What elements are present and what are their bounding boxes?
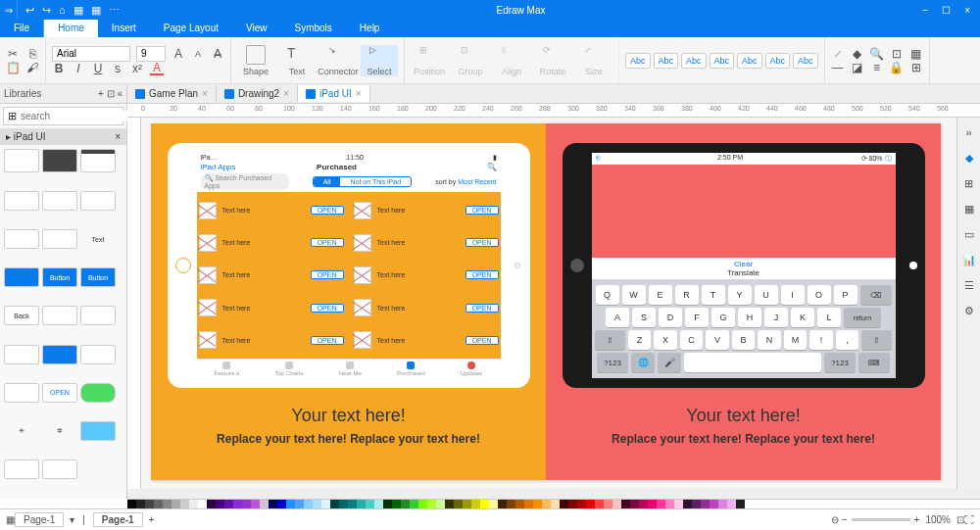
color-swatch[interactable] <box>551 500 560 508</box>
color-swatch[interactable] <box>260 500 269 508</box>
color-swatch[interactable] <box>251 500 260 508</box>
lib-item-button[interactable]: Button <box>80 267 116 287</box>
fill-icon[interactable]: ◆ <box>851 47 864 61</box>
color-swatch[interactable] <box>330 500 339 508</box>
close-icon[interactable]: × <box>202 88 208 99</box>
color-swatch[interactable] <box>304 500 313 508</box>
minimize-button[interactable]: − <box>922 5 928 16</box>
tab-topcharts[interactable]: Top Charts <box>275 361 304 376</box>
color-swatch[interactable] <box>286 500 295 508</box>
color-swatch[interactable] <box>674 500 683 508</box>
space-key[interactable] <box>684 353 821 372</box>
color-swatch[interactable] <box>524 500 533 508</box>
shrink-font-icon[interactable]: A <box>191 47 205 61</box>
theme-icon[interactable]: ◆ <box>962 151 976 165</box>
color-swatch[interactable] <box>366 500 374 508</box>
library-search[interactable]: ⊞ 🔍 <box>3 107 123 125</box>
lib-collapse-icon[interactable]: « <box>117 88 122 99</box>
color-swatch[interactable] <box>657 500 665 508</box>
library-section-header[interactable]: ▸ iPad UI× <box>0 128 126 145</box>
color-swatch[interactable] <box>180 500 189 508</box>
color-swatch[interactable] <box>154 500 163 508</box>
color-swatch[interactable] <box>683 500 692 508</box>
line-style-icon[interactable]: ⟋ <box>831 47 845 61</box>
key[interactable]: G <box>711 308 735 327</box>
segmented-control[interactable]: All Not on This iPad <box>313 176 412 187</box>
maximize-button[interactable]: ☐ <box>942 5 951 16</box>
color-swatch[interactable] <box>348 500 357 508</box>
font-select[interactable] <box>52 46 130 62</box>
key[interactable]: , <box>836 330 858 350</box>
open-button[interactable]: OPEN <box>466 206 499 215</box>
tab-featured[interactable]: Feature d <box>215 361 240 376</box>
color-swatch[interactable] <box>216 500 224 508</box>
menu-page-layout[interactable]: Page Layout <box>150 20 232 37</box>
key[interactable]: X <box>654 330 676 350</box>
key[interactable]: E <box>649 285 672 305</box>
key[interactable]: Q <box>596 285 619 305</box>
color-swatch[interactable] <box>648 500 657 508</box>
key[interactable]: D <box>659 308 682 327</box>
chart-icon[interactable]: 📊 <box>962 253 976 266</box>
key[interactable]: A <box>606 308 629 327</box>
color-palette[interactable] <box>127 499 980 508</box>
lib-item[interactable] <box>4 149 39 172</box>
lib-item[interactable] <box>4 229 39 249</box>
key[interactable]: J <box>764 308 788 327</box>
key[interactable]: H <box>738 308 761 327</box>
tab-updates[interactable]: Updates <box>461 361 482 376</box>
open-button[interactable]: OPEN <box>466 336 499 345</box>
lib-item[interactable] <box>80 345 116 364</box>
close-lib-icon[interactable]: × <box>115 131 121 142</box>
lib-item[interactable] <box>4 191 39 211</box>
lib-item[interactable] <box>42 191 77 211</box>
paste-icon[interactable]: 📋 <box>6 61 20 74</box>
page-tab[interactable]: Page-1 <box>93 512 143 527</box>
color-swatch[interactable] <box>533 500 542 508</box>
color-swatch[interactable] <box>198 500 207 508</box>
lib-item[interactable] <box>42 149 77 172</box>
color-swatch[interactable] <box>692 500 701 508</box>
undo-icon[interactable]: ↩ <box>25 4 34 17</box>
lib-item[interactable] <box>4 345 39 364</box>
menu-help[interactable]: Help <box>346 20 394 37</box>
lib-item-spinner[interactable]: ✳ <box>4 421 39 441</box>
font-size-select[interactable] <box>136 46 166 62</box>
color-swatch[interactable] <box>242 500 251 508</box>
connector-tool[interactable]: ↘Connector <box>319 45 357 76</box>
color-swatch[interactable] <box>454 500 463 508</box>
add-page-icon[interactable]: + <box>149 514 155 525</box>
color-swatch[interactable] <box>710 500 718 508</box>
color-swatch[interactable] <box>612 500 621 508</box>
key[interactable]: O <box>808 285 831 305</box>
open-button[interactable]: OPEN <box>311 238 344 247</box>
color-swatch[interactable] <box>224 500 233 508</box>
open-button[interactable]: OPEN <box>311 304 344 313</box>
shape-tool[interactable]: Shape <box>237 45 274 76</box>
horizontal-scrollbar[interactable] <box>127 489 980 499</box>
open-button[interactable]: OPEN <box>311 270 344 279</box>
lib-item-spinner[interactable]: ✲ <box>42 421 77 441</box>
color-swatch[interactable] <box>701 500 710 508</box>
lib-item[interactable] <box>4 383 39 403</box>
color-swatch[interactable] <box>233 500 242 508</box>
qat-more-icon[interactable]: ⋯ <box>109 4 120 17</box>
key[interactable]: P <box>834 285 858 305</box>
key[interactable]: Y <box>728 285 752 305</box>
search-mode-icon[interactable]: ⊞ <box>8 110 17 122</box>
close-icon[interactable]: × <box>283 88 289 99</box>
menu-file[interactable]: File <box>0 20 44 37</box>
color-swatch[interactable] <box>745 500 754 508</box>
fit-icon[interactable]: ⊡ <box>890 47 904 61</box>
color-swatch[interactable] <box>339 500 348 508</box>
search-input[interactable] <box>21 111 145 121</box>
page-select[interactable]: Page-1 <box>15 512 64 527</box>
close-icon[interactable]: × <box>356 88 362 99</box>
style-preset[interactable]: Abc <box>793 53 818 69</box>
style-preset[interactable]: Abc <box>681 53 707 69</box>
color-swatch[interactable] <box>189 500 198 508</box>
grid-icon[interactable]: ▦ <box>909 47 923 61</box>
fit-page-icon[interactable]: ⊡ <box>956 514 964 525</box>
lib-item[interactable] <box>80 149 116 172</box>
color-swatch[interactable] <box>392 500 401 508</box>
